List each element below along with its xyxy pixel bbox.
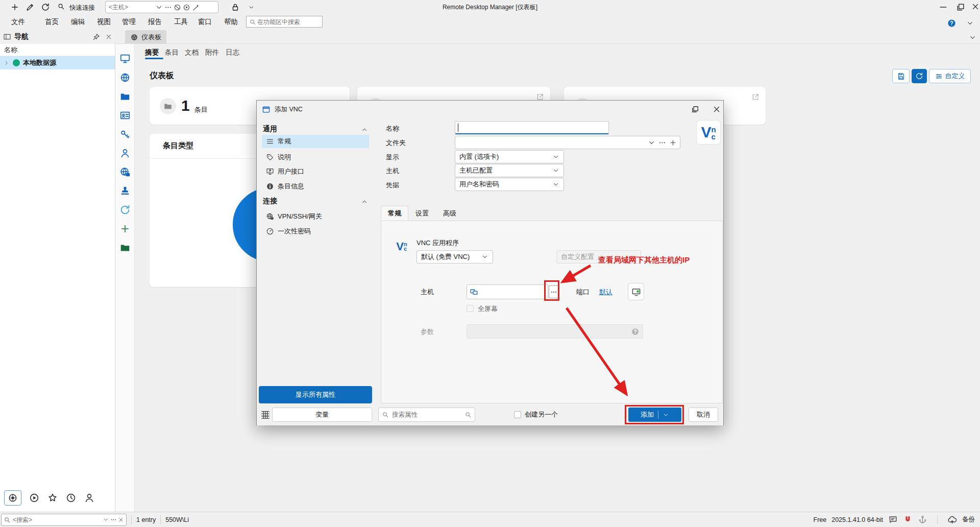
tab-advanced[interactable]: 高级 bbox=[436, 206, 463, 221]
fullscreen-label: 全屏幕 bbox=[478, 304, 498, 314]
help-icon[interactable] bbox=[947, 18, 957, 28]
folder-combo[interactable] bbox=[455, 136, 680, 149]
menu-home[interactable]: 首页 bbox=[45, 17, 59, 27]
refresh-dashboard-button[interactable] bbox=[912, 69, 927, 83]
magnet-icon[interactable] bbox=[903, 515, 913, 524]
cancel-button[interactable]: 取消 bbox=[689, 408, 718, 422]
name-input[interactable] bbox=[455, 121, 609, 134]
host-address-input[interactable] bbox=[467, 284, 548, 299]
host-browse-button[interactable] bbox=[549, 285, 558, 298]
tab-list-chevron-icon[interactable] bbox=[969, 34, 976, 41]
dialog-maximize-button[interactable] bbox=[691, 105, 700, 114]
backup-label[interactable]: 备份 bbox=[962, 515, 975, 524]
collapse-chevron-icon[interactable] bbox=[361, 198, 368, 205]
favorites-view-icon[interactable] bbox=[47, 492, 58, 504]
variables-button[interactable]: 变量 bbox=[272, 408, 372, 422]
minimize-button[interactable] bbox=[938, 2, 948, 12]
close-button[interactable] bbox=[971, 2, 980, 12]
vnc-logo-c: c bbox=[711, 133, 716, 140]
sidebar-item-one-time-password[interactable]: 一次性密码 bbox=[262, 225, 369, 238]
menu-window[interactable]: 窗口 bbox=[198, 17, 212, 27]
collapse-chevron-icon[interactable] bbox=[361, 126, 368, 133]
customize-button[interactable]: 自定义 bbox=[929, 69, 971, 83]
menu-administration[interactable]: 管理 bbox=[122, 17, 136, 27]
contact-icon[interactable] bbox=[119, 148, 131, 159]
sidebar-item-entry-information[interactable]: 条目信息 bbox=[262, 180, 369, 193]
tab-general[interactable]: 常规 bbox=[381, 206, 408, 221]
menu-edit[interactable]: 编辑 bbox=[71, 17, 85, 27]
sidebar-item-general[interactable]: 常规 bbox=[262, 135, 369, 148]
chevron-down-icon[interactable] bbox=[648, 139, 655, 147]
host-mode-dropdown[interactable]: 主机已配置 bbox=[455, 164, 564, 177]
menu-help[interactable]: 帮助 bbox=[224, 17, 238, 27]
sync-icon[interactable] bbox=[119, 204, 131, 215]
idcard-icon[interactable] bbox=[119, 110, 131, 121]
tab-settings[interactable]: 设置 bbox=[408, 206, 436, 221]
tab-dashboard[interactable]: 仪表板 bbox=[125, 30, 166, 44]
vpn-globe-lock-icon[interactable] bbox=[119, 166, 131, 178]
dashboard-tab-logs[interactable]: 日志 bbox=[226, 48, 239, 57]
menu-view[interactable]: 视图 bbox=[97, 17, 111, 27]
add-entry-icon[interactable] bbox=[119, 223, 131, 234]
expand-chevron-icon[interactable] bbox=[3, 60, 10, 66]
chevron-down-icon[interactable] bbox=[103, 516, 109, 523]
general-section-header[interactable]: 通用 bbox=[263, 125, 277, 134]
grid-view-icon[interactable] bbox=[260, 409, 271, 420]
connection-section-header[interactable]: 连接 bbox=[263, 197, 277, 206]
dashboard-tab-documents[interactable]: 文档 bbox=[185, 48, 199, 57]
sidebar-item-label: 条目信息 bbox=[278, 182, 304, 191]
key-icon[interactable] bbox=[119, 129, 131, 140]
name-column-header[interactable]: 名称 bbox=[0, 44, 115, 56]
credentials-dropdown[interactable]: 用户名和密码 bbox=[455, 178, 564, 191]
macros-view-icon[interactable] bbox=[29, 492, 40, 504]
user-view-icon[interactable] bbox=[84, 492, 95, 504]
backup-cloud-icon[interactable] bbox=[947, 515, 957, 524]
vnc-app-dropdown[interactable]: 默认 (免费 VNC) bbox=[416, 250, 493, 264]
sessions-view-button[interactable] bbox=[4, 490, 21, 506]
clear-search-icon[interactable] bbox=[118, 517, 124, 523]
add-folder-icon[interactable] bbox=[669, 139, 677, 147]
dashboard-tab-summary[interactable]: 摘要 bbox=[145, 48, 159, 57]
property-search-input[interactable] bbox=[391, 411, 462, 419]
display-dropdown[interactable]: 内置 (选项卡) bbox=[455, 150, 564, 163]
external-link-icon[interactable] bbox=[751, 93, 760, 101]
close-panel-icon[interactable] bbox=[105, 33, 112, 40]
menu-report[interactable]: 报告 bbox=[148, 17, 162, 27]
anchor-icon[interactable] bbox=[918, 515, 927, 524]
dashboard-tab-entries[interactable]: 条目 bbox=[165, 48, 179, 57]
menu-file[interactable]: 文件 bbox=[11, 17, 25, 27]
create-another-checkbox[interactable] bbox=[514, 411, 521, 418]
statusbar-search-box[interactable] bbox=[1, 514, 127, 526]
dashboard-tab-attachments[interactable]: 附件 bbox=[205, 48, 219, 57]
ribbon-collapse-icon[interactable] bbox=[966, 19, 974, 27]
menu-tools[interactable]: 工具 bbox=[174, 17, 188, 27]
group-folder-icon[interactable] bbox=[119, 242, 131, 253]
create-another-option[interactable]: 创建另一个 bbox=[514, 410, 558, 419]
globe-icon[interactable] bbox=[119, 72, 131, 83]
host-discovery-button[interactable] bbox=[628, 283, 644, 300]
datasource-tree-item[interactable]: 本地数据源 bbox=[0, 56, 115, 69]
stamp-icon[interactable] bbox=[119, 185, 131, 197]
feedback-message-icon[interactable] bbox=[888, 515, 898, 524]
add-button[interactable]: 添加 bbox=[628, 408, 681, 422]
browse-folders-icon[interactable] bbox=[658, 139, 666, 147]
vnc-app-dropdown-value: 默认 (免费 VNC) bbox=[421, 252, 470, 261]
sidebar-item-description[interactable]: 说明 bbox=[262, 151, 369, 164]
sidebar-item-vpn-ssh-gateway[interactable]: VPN/SSH/网关 bbox=[262, 210, 369, 223]
folder-icon[interactable] bbox=[119, 91, 131, 102]
ribbon-search-input[interactable] bbox=[256, 18, 316, 26]
recent-view-icon[interactable] bbox=[65, 492, 77, 504]
show-all-properties-button[interactable]: 显示所有属性 bbox=[259, 386, 372, 403]
restore-button[interactable] bbox=[955, 2, 966, 12]
ribbon-search-box[interactable] bbox=[246, 16, 323, 28]
pin-icon[interactable] bbox=[92, 33, 100, 41]
sidebar-item-user-interface[interactable]: 用户接口 bbox=[262, 165, 369, 178]
dialog-close-button[interactable] bbox=[712, 105, 721, 114]
property-search-box[interactable] bbox=[378, 408, 475, 422]
save-dashboard-button[interactable] bbox=[892, 69, 910, 83]
fullscreen-checkbox[interactable] bbox=[467, 305, 474, 312]
more-options-icon[interactable] bbox=[110, 516, 117, 523]
port-default-link[interactable]: 默认 bbox=[599, 288, 612, 297]
monitor-icon[interactable] bbox=[119, 53, 131, 64]
statusbar-search-input[interactable] bbox=[12, 516, 102, 524]
